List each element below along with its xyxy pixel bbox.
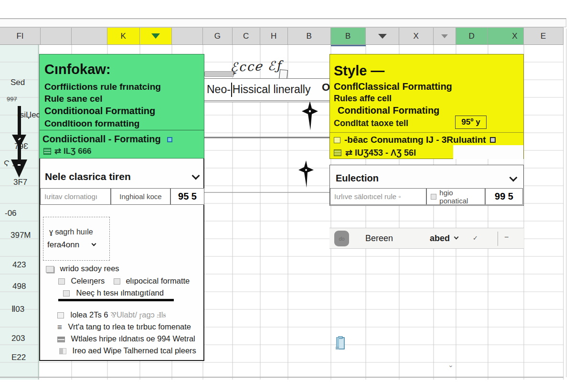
rule-type-label: hgio ponatical [439, 189, 481, 205]
dropdown-selected: fera4onn [47, 240, 79, 250]
dropdown-line: ɣ ᵴagrh huıle [49, 228, 93, 236]
left-rule-dialog: Nele clasrica tiren Iưitav clornatiogı I… [39, 159, 204, 361]
divider [330, 132, 523, 133]
rule-name-field[interactable]: Iưitav clornatiogı [40, 188, 111, 205]
rule-value-field[interactable]: 99 5 [485, 188, 523, 205]
option-row[interactable]: Wtlales hripe ıldnatıs oe 994 Wetral [57, 334, 195, 343]
row-label[interactable]: Sed [11, 78, 25, 87]
blue-square-icon [167, 137, 172, 142]
option-row[interactable]: Neeç h tesн ılmatıgıtíand [63, 288, 164, 297]
option-label: Neeç h tesн ılmatıgıtíand [76, 288, 164, 297]
panel-title: Cınfokaw: [44, 62, 111, 77]
spreadsheet-canvas: Fl K G C H B B X D X E [0, 0, 573, 392]
bereen-label: Bereen [365, 233, 393, 244]
panel-line: ConflClassical Formatting [334, 81, 452, 93]
row-label[interactable]: 397M [11, 231, 31, 240]
divider [498, 232, 498, 246]
heavy-underline [58, 299, 174, 301]
faint-chevron-icon: ⌄ [448, 361, 454, 369]
checkbox[interactable] [114, 278, 120, 285]
chevron-down-icon[interactable] [454, 235, 459, 240]
panel-line: Conditionoal Formatting [44, 105, 155, 117]
chevron-down-icon[interactable] [192, 172, 200, 180]
small-square-icon [490, 137, 496, 143]
selection-dropdown-box[interactable]: ɣ ᵴagrh huıle fera4onn [43, 217, 110, 261]
option-row[interactable]: ≡ Vrt'a tang to rlea te tırbuc fomenate [57, 322, 191, 332]
panel-line: Corffiictions rule frınatcing [44, 81, 161, 93]
check-icon[interactable]: ✓ [473, 234, 478, 242]
option-label-faded: ⅋Ulabt/ ꞅagↄ Ⅎlꞩ [110, 310, 166, 319]
active-cell-text[interactable]: Neo-Hissical linerally [204, 78, 331, 102]
lines-icon: ≡ [57, 323, 62, 332]
row-label[interactable]: E22 [11, 353, 26, 362]
toolbar-row[interactable]: ⇄ ILƷ 666 [43, 146, 92, 156]
divider [40, 130, 204, 130]
option-label: Vrt'a tang to rlea te tırbuc fomenate [68, 322, 191, 331]
checkbox[interactable] [46, 266, 54, 273]
option-label: wrido sэdoy rees [60, 264, 119, 273]
checkbox[interactable] [63, 290, 70, 297]
panel-line: Condltioon formatting [44, 117, 139, 129]
star-arrow-down [301, 101, 319, 131]
scroll-arrow-icon: ➤ [232, 70, 237, 76]
cell-text-pre: Neo- [207, 83, 231, 96]
row-label[interactable]: 3Ϝ7 [13, 178, 27, 187]
option-label: Ireo aed Wipe Talherned tcal pleers [73, 346, 196, 355]
paste-icon[interactable] [336, 336, 346, 350]
chevron-down-icon[interactable] [92, 242, 96, 246]
toolbar-row-text: ⇄ ILƷ 666 [54, 146, 92, 156]
option-row[interactable]: lolea 2Ts 6 ⅋Ulabt/ ꞅagↄ Ⅎlꞩ [57, 310, 166, 319]
row-label[interactable]: 423 [12, 260, 26, 270]
stray-o-text: O [322, 81, 330, 94]
row-label[interactable]: 203 [11, 334, 25, 343]
percent-box[interactable]: 95º y [455, 116, 487, 129]
row-label[interactable]: 498 [12, 282, 26, 291]
toolbar-row[interactable]: ⇄ IUƷ4Ƽ3 - ΛƷ 56l [334, 148, 416, 158]
option-row[interactable]: wrido sэdoy rees [46, 264, 119, 273]
panel-line: Rules affe cell [334, 93, 392, 105]
checkbox[interactable] [334, 137, 340, 143]
toolbar-row-text: ⇄ IUƷ4Ƽ3 - ΛƷ 56l [345, 148, 416, 158]
checkbox[interactable] [58, 278, 65, 285]
checkbox[interactable] [57, 312, 64, 318]
half-block-icon [59, 348, 66, 354]
rule-name-field[interactable]: Iưlıve säloıtıcel rule ◦ [330, 188, 426, 205]
dropdown-value[interactable]: abed [430, 233, 450, 244]
dialog-title: Eulection [336, 173, 379, 184]
option-label: Wtlales hripe ıldnatıs oe 994 Wetral [71, 334, 195, 343]
chevron-down-icon[interactable] [509, 174, 518, 182]
dialog-title: Nele clasrica tiren [45, 171, 131, 182]
option-row[interactable]: Ireo aed Wipe Talherned tcal pleers [59, 346, 196, 355]
green-conditional-formatting-panel: Cınfokaw: Corffiictions rule frınatcing … [39, 54, 204, 159]
option-row[interactable]: Celeıŋers elıpocical formatte [58, 276, 190, 286]
star-arrow-up [297, 160, 315, 188]
rule-checkbox-label: -bēac Conumatıng IJ - 3Ruluatint [344, 135, 486, 145]
minus-icon[interactable]: − [504, 233, 509, 242]
rule-type-field[interactable]: hgio ponatical [426, 188, 485, 205]
right-rule-dialog: Eulection Iưlıve säloıtıcel rule ◦ hgio … [329, 165, 524, 206]
option-label: lolea 2Ts 6 [71, 310, 110, 319]
sheet-icon [43, 148, 51, 155]
rule-entry[interactable]: Condiictionall - Formating [42, 134, 172, 145]
row-label[interactable]: -06 [5, 209, 17, 218]
rule-value-field[interactable]: 95 5 [170, 188, 204, 205]
row-label[interactable]: Ⅱ03 [11, 304, 24, 314]
panel-line: Rule sane cel [44, 93, 102, 105]
rule-checkbox-row[interactable]: -bēac Conumatıng IJ - 3Ruluatint [334, 135, 496, 145]
handwriting-squiggle: ℰccℯ ℰƒ [230, 58, 282, 74]
white-notch [453, 145, 523, 159]
checkbox[interactable] [431, 194, 436, 200]
cell-text-post: Hissical linerally [233, 83, 311, 96]
row-label[interactable]: 997 [7, 95, 17, 103]
text-cursor [231, 83, 232, 97]
condition-label: Condltat taoxe tell [334, 118, 408, 128]
option-label: elıpocical formatte [126, 276, 190, 285]
double-down-arrow [8, 106, 31, 179]
rule-type-field[interactable]: Inghioal koce [111, 188, 170, 205]
panel-line: Conditional Formating [338, 105, 439, 117]
bereen-toolbar: ɗo Bereen abed ✓ − [329, 228, 524, 249]
panel-title: Style — [334, 63, 384, 79]
striped-block-icon [57, 337, 65, 342]
toolbar-button[interactable]: ɗo [334, 231, 349, 246]
scrollbar-thumb[interactable] [204, 71, 234, 77]
